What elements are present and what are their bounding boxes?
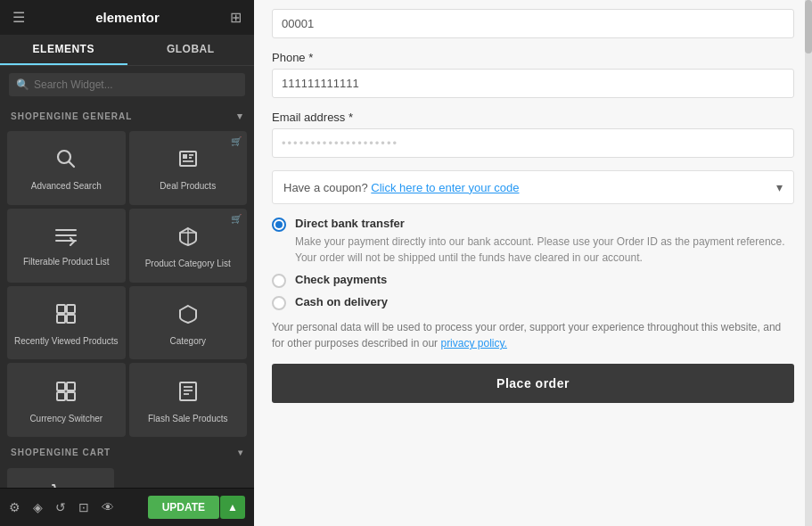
- payment-desc-direct-bank: Make your payment directly into our bank…: [295, 234, 794, 266]
- update-button[interactable]: UPDATE: [148, 496, 219, 519]
- svg-rect-17: [67, 382, 75, 390]
- search-icon: 🔍: [16, 78, 29, 91]
- coupon-text: Have a coupon? Click here to enter your …: [283, 181, 520, 194]
- section-header-shopengine-cart: SHOPENGINE CART ▾: [0, 440, 254, 464]
- phone-field: Phone *: [272, 51, 794, 98]
- search-row: 🔍: [0, 66, 254, 103]
- hamburger-icon[interactable]: ☰: [12, 9, 25, 26]
- svg-rect-14: [57, 315, 65, 323]
- widget-label-deal-products: Deal Products: [160, 180, 216, 192]
- svg-rect-6: [183, 160, 193, 162]
- deal-products-icon: [176, 147, 200, 176]
- update-arrow-button[interactable]: ▲: [220, 496, 245, 519]
- payment-option-direct-bank[interactable]: Direct bank transfer Make your payment d…: [272, 217, 794, 266]
- update-group: UPDATE ▲: [148, 496, 245, 519]
- widget-filterable-product-list[interactable]: Filterable Product List: [7, 209, 126, 283]
- svg-line-1: [70, 162, 75, 168]
- widget-recently-viewed[interactable]: Recently Viewed Products: [7, 286, 126, 360]
- flash-sale-icon: [178, 380, 198, 408]
- toolbar-icons: ⚙ ◈ ↺ ⊡ 👁: [9, 500, 114, 514]
- left-panel: ☰ elementor ⊞ ELEMENTS GLOBAL 🔍 SHOPENGI…: [0, 0, 254, 526]
- tab-global[interactable]: GLOBAL: [127, 35, 255, 65]
- payment-label-cod: Cash on delivery: [295, 295, 388, 308]
- order-number-input[interactable]: [272, 9, 794, 38]
- widget-label-product-category-list: Product Category List: [145, 258, 231, 269]
- payment-check-content: Check payments: [295, 273, 387, 286]
- phone-input[interactable]: [272, 69, 794, 98]
- svg-rect-13: [67, 305, 75, 313]
- right-panel: Phone * Email address * Have a coupon? C…: [254, 0, 812, 526]
- widget-flash-sale-products[interactable]: Flash Sale Products: [129, 363, 248, 437]
- coupon-link[interactable]: Click here to enter your code: [371, 181, 519, 194]
- privacy-text: Your personal data will be used to proce…: [272, 319, 794, 351]
- section-header-shopengine-general: SHOPENGINE GENERAL ▾: [0, 103, 254, 127]
- svg-rect-3: [183, 154, 187, 159]
- place-order-button[interactable]: Place order: [272, 364, 794, 403]
- currency-switcher-icon: [54, 380, 78, 408]
- bottom-toolbar: ⚙ ◈ ↺ ⊡ 👁 UPDATE ▲: [0, 488, 254, 526]
- widget-currency-switcher[interactable]: Currency Switcher: [7, 363, 126, 437]
- scrollbar-thumb[interactable]: [805, 0, 812, 53]
- svg-rect-4: [189, 154, 193, 156]
- payment-direct-bank-content: Direct bank transfer Make your payment d…: [295, 217, 794, 266]
- cart-badge-icon: 🛒: [231, 136, 242, 146]
- widget-label-filterable-product-list: Filterable Product List: [23, 256, 110, 267]
- svg-rect-5: [189, 157, 192, 159]
- layers-icon[interactable]: ◈: [33, 500, 43, 514]
- chevron-down-icon-cart[interactable]: ▾: [238, 448, 243, 457]
- email-field: Email address *: [272, 111, 794, 158]
- widget-label-flash-sale-products: Flash Sale Products: [148, 413, 228, 424]
- widget-label-advanced-search: Advanced Search: [31, 180, 102, 192]
- cart-badge-icon2: 🛒: [231, 214, 242, 224]
- recently-viewed-icon: [54, 302, 78, 331]
- radio-check[interactable]: [272, 274, 286, 288]
- payment-label-check: Check payments: [295, 273, 387, 286]
- svg-rect-12: [57, 305, 65, 313]
- widget-label-currency-switcher: Currency Switcher: [29, 413, 103, 424]
- svg-rect-18: [57, 392, 65, 400]
- payment-section: Direct bank transfer Make your payment d…: [272, 217, 794, 310]
- tabs-row: ELEMENTS GLOBAL: [0, 35, 254, 66]
- payment-option-check[interactable]: Check payments: [272, 273, 794, 288]
- email-input[interactable]: [272, 128, 794, 158]
- svg-rect-19: [67, 392, 75, 400]
- scrollbar-track: [805, 0, 812, 526]
- widget-product-category-list[interactable]: 🛒 Product Category List: [129, 209, 248, 283]
- grid-icon[interactable]: ⊞: [230, 9, 242, 26]
- radio-cod[interactable]: [272, 296, 286, 310]
- svg-rect-20: [180, 382, 196, 400]
- settings-icon[interactable]: ⚙: [9, 500, 21, 514]
- chevron-down-icon[interactable]: ▾: [237, 111, 243, 122]
- svg-rect-2: [180, 152, 196, 166]
- widget-advanced-search[interactable]: Advanced Search: [7, 131, 126, 205]
- tab-elements[interactable]: ELEMENTS: [0, 35, 127, 65]
- advanced-search-icon: [54, 147, 78, 176]
- radio-direct-bank[interactable]: [272, 218, 286, 232]
- section-label: SHOPENGINE GENERAL: [11, 111, 132, 121]
- widget-label-recently-viewed: Recently Viewed Products: [14, 335, 119, 347]
- app-title: elementor: [95, 10, 160, 25]
- top-bar: ☰ elementor ⊞: [0, 0, 254, 35]
- coupon-chevron-icon[interactable]: ▾: [776, 180, 783, 194]
- product-category-icon: [176, 225, 200, 253]
- payment-option-cod[interactable]: Cash on delivery: [272, 295, 794, 310]
- search-input[interactable]: [9, 73, 245, 96]
- payment-cod-content: Cash on delivery: [295, 295, 388, 308]
- widget-category[interactable]: Category: [129, 286, 248, 360]
- history-icon[interactable]: ↺: [55, 500, 66, 514]
- phone-label: Phone *: [272, 51, 794, 64]
- widgets-grid: Advanced Search 🛒 Deal Products: [0, 127, 254, 440]
- privacy-link[interactable]: privacy policy.: [440, 337, 506, 349]
- responsive-icon[interactable]: ⊡: [78, 500, 89, 514]
- payment-label-direct-bank: Direct bank transfer: [295, 217, 794, 230]
- widget-deal-products[interactable]: 🛒 Deal Products: [129, 131, 248, 205]
- svg-rect-15: [67, 315, 75, 323]
- coupon-row: Have a coupon? Click here to enter your …: [272, 170, 794, 204]
- category-icon: [176, 302, 200, 331]
- email-label: Email address *: [272, 111, 794, 124]
- preview-icon[interactable]: 👁: [102, 500, 114, 514]
- cart-section-label: SHOPENGINE CART: [11, 448, 111, 457]
- filterable-icon: [54, 226, 78, 251]
- widget-label-category: Category: [169, 335, 206, 347]
- order-number-field: [272, 9, 794, 38]
